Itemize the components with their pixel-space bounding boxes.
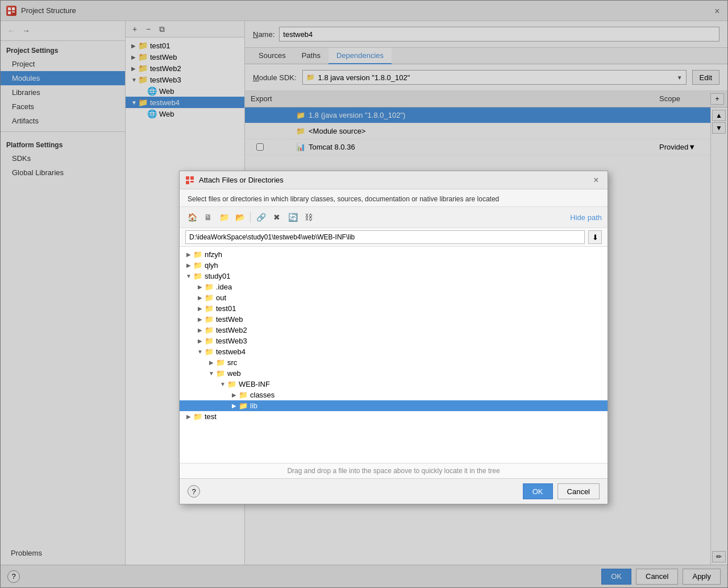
svg-rect-6 [186,181,189,184]
dialog-subtitle: Select files or directories in which lib… [180,189,608,207]
ftree-item-test01[interactable]: ▶ 📁 test01 [180,303,608,314]
path-row: ⬇ [180,228,608,247]
ftree-item-testweb4[interactable]: ▼ 📁 testweb4 [180,346,608,357]
folder-icon: 📁 [193,250,202,259]
folder-icon: 📁 [205,315,214,324]
folder-icon: 📁 [205,304,214,313]
dialog-title: Attach Files or Directories [199,176,284,184]
folder-icon: 📁 [205,326,214,334]
ftree-item-study01[interactable]: ▼ 📁 study01 [180,271,608,281]
folder-icon: 📁 [193,412,202,421]
ftree-item-classes[interactable]: ▶ 📁 classes [180,390,608,400]
folder-icon: 📁 [205,347,214,356]
folder-icon: 📁 [239,391,248,399]
ftree-item-out[interactable]: ▶ 📁 out [180,292,608,303]
dialog-bottom: ? OK Cancel [180,478,608,504]
toolbar-separator [250,212,251,223]
folder-icon: 📁 [205,337,214,345]
folder-icon: 📁 [216,369,225,378]
folder-icon: 📁 [193,272,202,280]
folder-icon: 📁 [216,358,225,367]
dialog-help-button[interactable]: ? [188,485,200,498]
dialog-icon [185,176,194,185]
folder-icon: 📁 [239,401,248,410]
path-download-button[interactable]: ⬇ [588,230,602,244]
ftree-item-testWeb[interactable]: ▶ 📁 testWeb [180,314,608,325]
dialog-close-button[interactable]: × [590,175,602,186]
hide-path-link[interactable]: Hide path [570,213,602,222]
dialog-buttons: OK Cancel [523,483,600,499]
link2-button[interactable]: ⛓ [302,210,315,224]
delete-button[interactable]: ✖ [270,210,284,224]
ftree-item-idea[interactable]: ▶ 📁 .idea [180,281,608,292]
refresh-button[interactable]: 🔄 [286,210,299,224]
folder-icon: 📁 [205,283,214,291]
svg-rect-4 [186,176,189,180]
ftree-item-testWeb3[interactable]: ▶ 📁 testWeb3 [180,336,608,346]
path-input[interactable] [185,230,585,244]
file-tree: ▶ 📁 nfzyh ▶ 📁 qlyh ▼ 📁 study01 ▶ 📁 .idea… [180,247,608,463]
dialog-toolbar: 🏠 🖥 📁 📂 🔗 ✖ 🔄 ⛓ Hide path [180,207,608,228]
folder-link-button[interactable]: 🔗 [254,210,268,224]
folder-button[interactable]: 📁 [217,210,231,224]
ftree-item-web[interactable]: ▼ 📁 web [180,368,608,379]
attach-files-dialog: Attach Files or Directories × Select fil… [179,171,608,504]
ftree-item-test[interactable]: ▶ 📁 test [180,411,608,422]
ftree-item-nfzyh[interactable]: ▶ 📁 nfzyh [180,249,608,260]
ftree-item-testWeb2[interactable]: ▶ 📁 testWeb2 [180,325,608,336]
ftree-item-web-inf[interactable]: ▼ 📁 WEB-INF [180,379,608,390]
drop-hint: Drag and drop a file into the space abov… [180,463,608,478]
folder-icon: 📁 [227,380,236,388]
folder-up-button[interactable]: 📂 [233,210,247,224]
folder-icon: 📁 [193,261,202,270]
dialog-ok-button[interactable]: OK [523,483,553,499]
home-button[interactable]: 🏠 [185,210,199,224]
svg-rect-7 [190,181,194,183]
ftree-item-lib[interactable]: ▶ 📁 lib [180,400,608,411]
svg-rect-5 [190,176,194,180]
ftree-item-qlyh[interactable]: ▶ 📁 qlyh [180,260,608,271]
dialog-cancel-button[interactable]: Cancel [558,483,600,499]
desktop-button[interactable]: 🖥 [201,210,215,224]
folder-icon: 📁 [205,293,214,302]
ftree-item-src[interactable]: ▶ 📁 src [180,357,608,368]
dialog-title-bar: Attach Files or Directories × [180,171,608,189]
